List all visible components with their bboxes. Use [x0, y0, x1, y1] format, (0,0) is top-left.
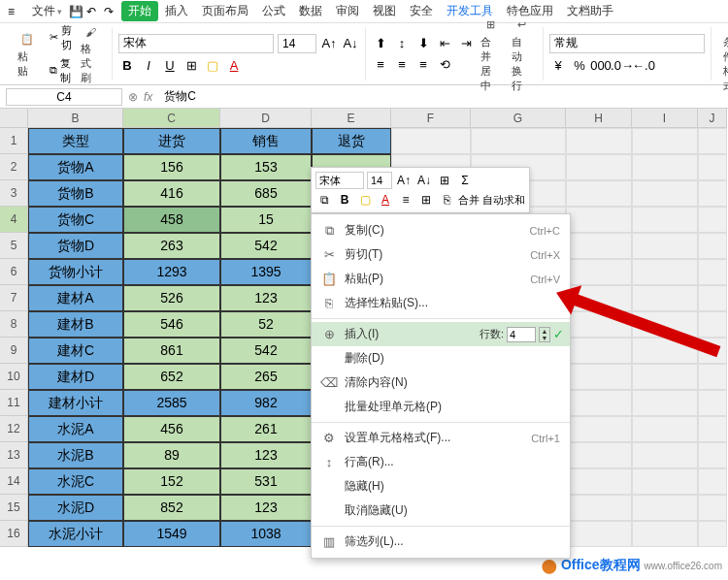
merge-center-button[interactable]: ⊞ 合并居中 [475, 14, 506, 95]
col-header-J[interactable]: J [698, 109, 727, 128]
cell[interactable] [566, 233, 632, 259]
cell[interactable] [698, 495, 727, 521]
increase-font-icon[interactable]: A↑ [320, 35, 338, 52]
cell[interactable]: 852 [123, 495, 220, 521]
cell[interactable] [566, 442, 632, 468]
cell[interactable]: 2585 [123, 390, 220, 416]
undo-icon[interactable]: ↶ [86, 5, 100, 18]
cell[interactable] [566, 338, 632, 364]
cell[interactable] [566, 495, 632, 521]
cell[interactable]: 货物C [28, 207, 123, 233]
cell[interactable] [566, 364, 632, 390]
cell[interactable] [698, 128, 727, 154]
cell[interactable]: 153 [220, 154, 312, 180]
menu-insert[interactable]: 插入 [158, 1, 195, 21]
align-right-icon[interactable]: ≡ [414, 56, 432, 74]
cell[interactable]: 1293 [123, 259, 220, 285]
cell[interactable] [632, 233, 698, 259]
ctx-paste-special[interactable]: ⎘选择性粘贴(S)... [312, 291, 570, 315]
cell[interactable]: 456 [123, 416, 220, 442]
format-painter-button[interactable]: 🖌 格式刷 [75, 20, 106, 87]
cell[interactable]: 982 [220, 390, 312, 416]
mini-inc-font-icon[interactable]: A↑ [395, 172, 413, 189]
row-header[interactable]: 5 [0, 233, 28, 259]
decimal-dec-icon[interactable]: ←.0 [635, 57, 652, 75]
row-header[interactable]: 1 [0, 128, 28, 154]
col-header-D[interactable]: D [220, 109, 312, 128]
cancel-icon[interactable]: ⊗ [128, 90, 138, 104]
cell[interactable]: 123 [220, 442, 312, 468]
cell[interactable]: 货物A [28, 154, 123, 180]
cell[interactable]: 建材小计 [28, 390, 123, 416]
ctx-batch[interactable]: 批量处理单元格(P) [312, 395, 570, 419]
cell[interactable]: 265 [220, 364, 312, 390]
cell[interactable] [698, 390, 727, 416]
mini-border-icon[interactable]: ⊞ [417, 191, 435, 209]
cell[interactable]: 156 [123, 154, 220, 180]
cell[interactable]: 建材C [28, 338, 123, 364]
menu-dochelper[interactable]: 文档助手 [560, 1, 620, 21]
cell[interactable]: 261 [220, 416, 312, 442]
name-box[interactable] [6, 88, 122, 106]
font-color-icon[interactable]: A [225, 57, 243, 75]
cell[interactable]: 销售 [220, 128, 312, 154]
row-header[interactable]: 4 [0, 207, 28, 233]
cell[interactable] [698, 442, 727, 468]
cell[interactable] [632, 364, 698, 390]
row-header[interactable]: 14 [0, 468, 28, 495]
row-header[interactable]: 2 [0, 154, 28, 180]
decrease-font-icon[interactable]: A↓ [342, 35, 359, 52]
cell[interactable] [566, 180, 632, 207]
mini-format-icon[interactable]: ⧉ [315, 191, 333, 209]
currency-icon[interactable]: ¥ [549, 57, 567, 75]
bold-icon[interactable]: B [118, 57, 136, 75]
menu-layout[interactable]: 页面布局 [195, 1, 255, 21]
cell[interactable]: 542 [220, 338, 312, 364]
indent-inc-icon[interactable]: ⇥ [457, 35, 475, 52]
save-icon[interactable]: 💾 [69, 5, 83, 18]
fx-icon[interactable]: fx [144, 90, 152, 104]
cell[interactable]: 1395 [220, 259, 312, 285]
ctx-delete[interactable]: 删除(D) [312, 346, 570, 371]
col-header-G[interactable]: G [471, 109, 566, 128]
confirm-check-icon[interactable]: ✓ [553, 327, 564, 341]
ctx-insert[interactable]: ⊕ 插入(I) 行数: ▲▼ ✓ [312, 322, 570, 346]
cell[interactable]: 89 [123, 442, 220, 468]
cell[interactable] [632, 128, 698, 154]
cell[interactable]: 263 [123, 233, 220, 259]
app-menu-icon[interactable]: ≡ [8, 5, 21, 18]
row-header[interactable]: 6 [0, 259, 28, 285]
cell[interactable] [566, 416, 632, 442]
number-format-select[interactable] [549, 34, 705, 53]
cell[interactable] [698, 364, 727, 390]
decimal-inc-icon[interactable]: .0→ [613, 57, 631, 75]
align-top-icon[interactable]: ⬆ [372, 35, 389, 52]
ctx-paste[interactable]: 📋粘贴(P)Ctrl+V [312, 267, 570, 291]
cell[interactable]: 货物D [28, 233, 123, 259]
cell[interactable] [698, 468, 727, 495]
cell[interactable]: 123 [220, 495, 312, 521]
cell[interactable] [566, 521, 632, 547]
row-header[interactable]: 12 [0, 416, 28, 442]
mini-font-select[interactable] [315, 172, 364, 189]
cell[interactable]: 123 [220, 285, 312, 311]
menu-view[interactable]: 视图 [366, 1, 403, 21]
mini-size-select[interactable] [367, 172, 392, 189]
cell[interactable]: 542 [220, 233, 312, 259]
mini-insert-icon[interactable]: ⎘ [438, 191, 455, 209]
redo-icon[interactable]: ↷ [104, 5, 117, 18]
cond-format-button[interactable]: ▦ 条件格式 [717, 14, 728, 95]
menu-data[interactable]: 数据 [292, 1, 329, 21]
cell[interactable]: 水泥D [28, 495, 123, 521]
row-header[interactable]: 9 [0, 338, 28, 364]
mini-sum-label[interactable]: 自动求和 [482, 191, 525, 209]
align-center-icon[interactable]: ≡ [393, 56, 411, 74]
cell[interactable]: 建材B [28, 311, 123, 338]
mini-sum-icon[interactable]: Σ [456, 172, 474, 189]
align-bottom-icon[interactable]: ⬇ [414, 35, 432, 52]
cell[interactable]: 546 [123, 311, 220, 338]
cell[interactable]: 526 [123, 285, 220, 311]
cell[interactable]: 货物小计 [28, 259, 123, 285]
cell[interactable]: 15 [220, 207, 312, 233]
cell[interactable]: 货物B [28, 180, 123, 207]
